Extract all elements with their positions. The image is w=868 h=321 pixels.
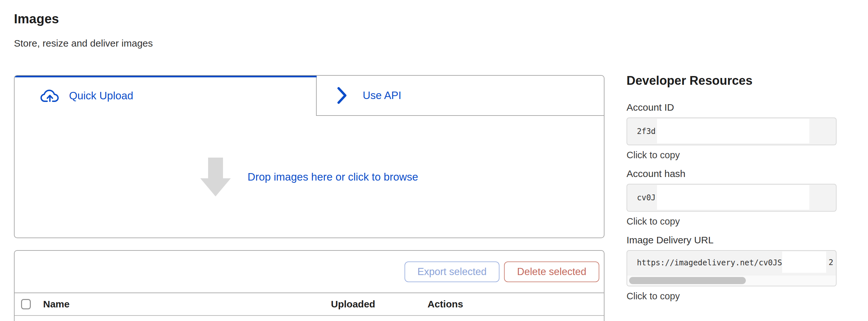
export-selected-button[interactable]: Export selected [404, 261, 500, 282]
account-id-label: Account ID [626, 102, 837, 113]
account-hash-value: cv0J [637, 193, 656, 202]
active-tab-accent-bar [14, 75, 317, 77]
images-main-column: Images Store, resize and deliver images … [14, 12, 604, 321]
image-list-panel: Export selected Delete selected Name Upl… [14, 250, 604, 321]
url-scrollbar-thumb[interactable] [629, 277, 746, 284]
redaction-overlay [782, 251, 826, 273]
account-hash-label: Account hash [626, 168, 837, 179]
page-subtitle: Store, resize and deliver images [14, 38, 604, 49]
account-id-field[interactable]: 2f3d [626, 117, 837, 145]
developer-resources-panel: Developer Resources Account ID 2f3d Clic… [626, 74, 837, 301]
account-id-copy-hint: Click to copy [626, 150, 837, 160]
down-arrow-icon [200, 157, 231, 197]
account-hash-field[interactable]: cv0J [626, 184, 837, 212]
tab-use-api[interactable]: Use API [317, 76, 604, 116]
column-header-name: Name [43, 299, 331, 310]
redaction-overlay [657, 185, 809, 210]
delete-selected-button[interactable]: Delete selected [504, 261, 599, 282]
select-all-checkbox[interactable] [21, 299, 31, 309]
column-header-actions: Actions [428, 299, 604, 310]
tab-quick-upload[interactable]: Quick Upload [14, 76, 317, 116]
image-dropzone[interactable]: Drop images here or click to browse [14, 116, 604, 238]
image-delivery-url-value: https://imagedelivery.net/cv0JSj [637, 258, 787, 267]
account-hash-copy-hint: Click to copy [626, 216, 837, 227]
account-id-value: 2f3d [637, 127, 656, 136]
column-header-uploaded: Uploaded [331, 299, 428, 310]
tab-use-api-label: Use API [363, 89, 401, 102]
image-table-header: Name Uploaded Actions [14, 293, 604, 316]
upload-tabs: Quick Upload Use API [14, 76, 604, 116]
redaction-overlay [657, 119, 809, 143]
image-delivery-url-label: Image Delivery URL [626, 235, 837, 246]
image-delivery-url-copy-hint: Click to copy [626, 291, 837, 301]
tab-quick-upload-label: Quick Upload [69, 90, 133, 102]
page-title: Images [14, 12, 604, 26]
url-horizontal-scrollbar [627, 275, 836, 286]
image-delivery-url-value-tail: 2 [829, 258, 833, 267]
chevron-right-icon [337, 87, 347, 104]
cloud-upload-icon [40, 89, 59, 103]
developer-resources-title: Developer Resources [626, 74, 837, 88]
list-actions-row: Export selected Delete selected [14, 251, 604, 293]
upload-panel: Quick Upload Use API Drop images here or… [14, 75, 604, 238]
dropzone-label: Drop images here or click to browse [248, 171, 418, 183]
image-delivery-url-field[interactable]: https://imagedelivery.net/cv0JSj 2 [626, 250, 837, 286]
